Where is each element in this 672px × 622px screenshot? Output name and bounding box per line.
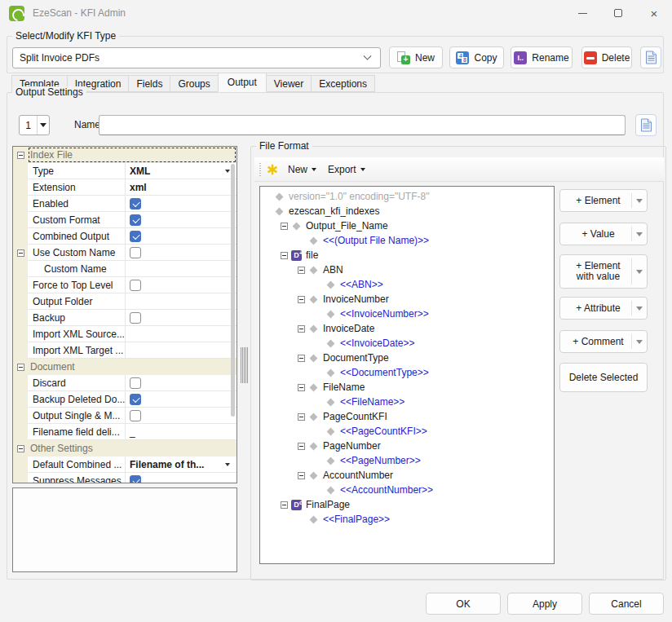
property-row-filename-field-deli[interactable]: Filename field deli..._ xyxy=(13,424,237,440)
checkbox[interactable] xyxy=(130,247,141,258)
maximize-button[interactable] xyxy=(600,0,636,26)
split-dropdown[interactable] xyxy=(632,270,647,274)
copy-button[interactable]: 48 Copy xyxy=(449,46,504,68)
tree-node-invoicenumber[interactable]: InvoiceNumber xyxy=(260,292,554,307)
checkbox[interactable] xyxy=(130,280,141,291)
tree-node-finalpage[interactable]: <<FinalPage>> xyxy=(260,512,554,527)
tree-node-pagenumber[interactable]: PageNumber xyxy=(260,439,554,453)
tree-node-documenttype[interactable]: DocumentType xyxy=(260,351,554,365)
collapse-icon[interactable] xyxy=(298,384,305,391)
tree-node-invoicedate[interactable]: <<InvoiceDate>> xyxy=(260,336,554,351)
tree-node-accountnumber[interactable]: AccountNumber xyxy=(260,468,554,483)
add-element-with-value-button[interactable]: + Element with value xyxy=(559,254,648,289)
checkbox[interactable] xyxy=(130,410,141,421)
property-row-force-to-top-level[interactable]: Force to Top Level xyxy=(13,277,237,293)
output-index-dropdown[interactable] xyxy=(37,116,49,135)
checkbox[interactable] xyxy=(130,198,141,210)
collapse-icon[interactable] xyxy=(298,443,305,450)
property-row-combined-output[interactable]: Combined Output xyxy=(13,228,237,245)
property-value[interactable] xyxy=(126,261,237,277)
property-value[interactable] xyxy=(126,375,237,391)
property-value[interactable]: _ xyxy=(126,424,237,440)
collapse-icon[interactable] xyxy=(17,152,24,159)
new-button[interactable]: + New xyxy=(389,46,443,68)
tree-node-file[interactable]: D+file xyxy=(260,248,554,262)
tree-node-documenttype[interactable]: <<DocumentType>> xyxy=(260,365,554,380)
dropdown-arrow-icon[interactable] xyxy=(225,463,230,466)
property-value[interactable] xyxy=(126,293,237,310)
property-row-backup-deleted-do[interactable]: Backup Deleted Do... xyxy=(13,391,237,408)
category-row-index-file[interactable]: Index File xyxy=(13,147,237,163)
collapse-icon[interactable] xyxy=(298,296,305,303)
tab-viewer[interactable]: Viewer xyxy=(266,75,312,92)
property-value[interactable] xyxy=(126,245,237,261)
apply-button[interactable]: Apply xyxy=(507,593,582,615)
delete-selected-button[interactable]: Delete Selected xyxy=(559,363,648,392)
tree-node-output-file-name[interactable]: Output_File_Name xyxy=(260,218,554,233)
property-row-import-xml-source[interactable]: Import XML Source... xyxy=(13,326,237,342)
property-value[interactable] xyxy=(126,408,237,424)
property-value[interactable] xyxy=(126,277,237,293)
toolbar-new-button[interactable]: New xyxy=(282,160,322,179)
property-value[interactable]: Filename of th... xyxy=(126,457,237,473)
property-row-custom-format[interactable]: Custom Format xyxy=(13,212,237,228)
property-value[interactable] xyxy=(126,212,237,228)
property-value[interactable]: XML xyxy=(126,163,237,179)
ok-button[interactable]: OK xyxy=(426,593,501,615)
property-value[interactable] xyxy=(126,196,237,212)
property-value[interactable] xyxy=(126,310,237,326)
tree-node-pagecountkfi[interactable]: PageCountKFI xyxy=(260,409,554,424)
checkbox[interactable] xyxy=(130,214,141,226)
property-row-suppress-messages[interactable]: Suppress Messages xyxy=(13,473,237,483)
checkbox[interactable] xyxy=(130,377,141,389)
tree-node-filename[interactable]: FileName xyxy=(260,380,554,395)
kfi-type-combobox[interactable]: Split Invoice PDFs xyxy=(12,47,381,68)
checkbox[interactable] xyxy=(130,475,141,484)
category-row-document[interactable]: Document xyxy=(13,359,237,375)
split-dropdown[interactable] xyxy=(632,199,647,203)
property-value[interactable] xyxy=(126,391,237,408)
close-button[interactable] xyxy=(636,0,672,26)
tree-node-invoicedate[interactable]: InvoiceDate xyxy=(260,321,554,336)
tab-output[interactable]: Output xyxy=(218,73,267,92)
add-comment-button[interactable]: + Comment xyxy=(559,330,648,353)
property-row-output-single-m[interactable]: Output Single & M... xyxy=(13,408,237,424)
property-row-default-combined[interactable]: Default Combined ...Filename of th... xyxy=(13,457,237,473)
collapse-icon[interactable] xyxy=(298,413,305,421)
tab-exceptions[interactable]: Exceptions xyxy=(311,75,375,92)
collapse-icon[interactable] xyxy=(17,249,24,257)
property-value[interactable] xyxy=(126,473,237,483)
collapse-icon[interactable] xyxy=(17,364,24,371)
add-element-button[interactable]: + Element xyxy=(559,189,648,212)
add-attribute-button[interactable]: + Attribute xyxy=(559,297,648,320)
checkbox[interactable] xyxy=(130,231,141,242)
category-row-other-settings[interactable]: Other Settings xyxy=(13,440,237,457)
splitter-grip[interactable] xyxy=(241,347,248,383)
tree-node-ezescan-kfi-indexes[interactable]: ezescan_kfi_indexes xyxy=(260,204,554,218)
split-dropdown[interactable] xyxy=(632,340,647,344)
property-value[interactable]: xml xyxy=(126,179,237,196)
tree-node-abn[interactable]: ABN xyxy=(260,262,554,277)
minimize-button[interactable] xyxy=(564,0,600,26)
tree-node-abn[interactable]: <<ABN>> xyxy=(260,277,554,292)
collapse-icon[interactable] xyxy=(281,501,288,509)
delete-button[interactable]: Delete xyxy=(581,46,632,68)
name-notes-button[interactable] xyxy=(635,114,657,136)
tree-node-version-1-0-encoding-utf-8[interactable]: version="1.0" encoding="UTF-8" xyxy=(260,189,554,204)
split-dropdown[interactable] xyxy=(632,307,647,311)
collapse-icon[interactable] xyxy=(298,355,305,362)
property-value[interactable] xyxy=(126,326,237,342)
property-value[interactable] xyxy=(126,228,237,245)
property-row-extension[interactable]: Extensionxml xyxy=(13,179,237,196)
dropdown-arrow-icon[interactable] xyxy=(225,170,230,173)
tree-node-accountnumber[interactable]: <<AccountNumber>> xyxy=(260,483,554,497)
tab-groups[interactable]: Groups xyxy=(170,75,218,92)
property-row-enabled[interactable]: Enabled xyxy=(13,196,237,212)
tree-node-pagecountkfi[interactable]: <<PageCountKFI>> xyxy=(260,424,554,439)
tab-fields[interactable]: Fields xyxy=(128,75,170,92)
checkbox[interactable] xyxy=(130,394,141,405)
tree-node-pagenumber[interactable]: <<PageNumber>> xyxy=(260,453,554,468)
collapse-icon[interactable] xyxy=(281,223,288,230)
collapse-icon[interactable] xyxy=(298,325,305,333)
collapse-icon[interactable] xyxy=(298,267,305,274)
